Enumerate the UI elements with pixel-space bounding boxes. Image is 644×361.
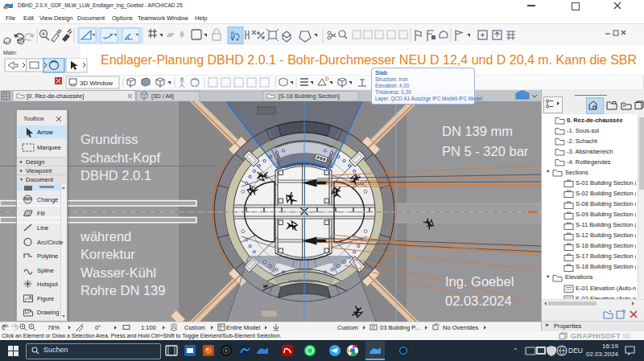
- svg-text:3D Window: 3D Window: [80, 80, 113, 87]
